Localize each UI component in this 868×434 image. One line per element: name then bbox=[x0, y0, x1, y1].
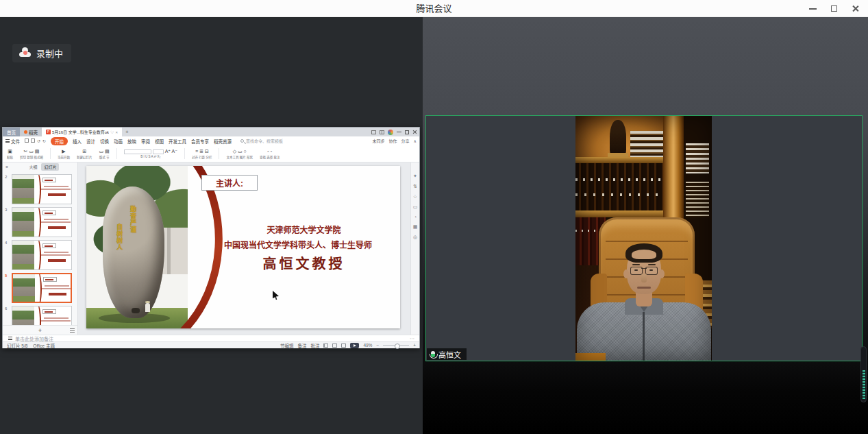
tab-close-icon[interactable]: × bbox=[115, 130, 118, 134]
recording-badge[interactable]: 录制中 bbox=[12, 44, 71, 62]
slide-number: 2 bbox=[5, 175, 7, 179]
zoom-out-button[interactable]: − bbox=[376, 343, 379, 348]
wps-side-rail: ✦ ⇅ ☆ ▭ ◔ ▦ ◎ bbox=[410, 162, 419, 335]
ribbon-search[interactable]: 查找命令、搜索模板 bbox=[240, 138, 283, 144]
maximize-button[interactable] bbox=[826, 1, 841, 16]
wps-account-avatar[interactable] bbox=[388, 130, 393, 135]
normal-view-button[interactable] bbox=[323, 343, 328, 348]
quick-access-toolbar[interactable]: ↺↻ bbox=[25, 138, 46, 143]
rail-icon-3[interactable]: ☆ bbox=[413, 194, 417, 200]
layout-section-group[interactable]: ▭ ▤版式 节 bbox=[99, 149, 110, 159]
bush bbox=[132, 308, 140, 313]
font-group[interactable]: A⁺ A⁻ B I U S A x² X₂ bbox=[124, 149, 177, 158]
rail-icon-1[interactable]: ✦ bbox=[413, 173, 417, 179]
zoom-in-button[interactable]: + bbox=[413, 343, 416, 348]
rail-icon-6[interactable]: ▦ bbox=[413, 224, 418, 230]
menu-membership[interactable]: 会员专享 bbox=[191, 138, 209, 145]
thumbnail-row: 5 bbox=[3, 272, 77, 304]
insert-objects-group[interactable]: ◇ ▭ ○文本工具 图片 形状 bbox=[226, 149, 253, 159]
paragraph-group[interactable]: ≡ ≣ ⊟对齐 行距 分栏 bbox=[192, 149, 212, 159]
slides-tab[interactable]: 幻灯片 bbox=[41, 163, 59, 171]
rail-icon-5[interactable]: ◔ bbox=[414, 215, 417, 219]
menu-transition[interactable]: 切换 bbox=[100, 138, 109, 145]
slide-thumbnail-3[interactable] bbox=[12, 207, 72, 237]
font-name-size-boxes[interactable]: A⁺ A⁻ bbox=[124, 149, 177, 154]
sync-status[interactable]: 未同步 bbox=[373, 138, 385, 144]
section-edit-button[interactable]: 节编辑 bbox=[280, 342, 294, 349]
stone-inscription-2: 自树树人 bbox=[115, 224, 124, 251]
notes-bar[interactable]: 单击此处添加备注 ⋯ bbox=[3, 335, 419, 341]
slideshow-play-button[interactable] bbox=[350, 343, 359, 348]
toolbar-separator bbox=[184, 148, 185, 159]
rail-icon-7[interactable]: ◎ bbox=[413, 234, 417, 240]
notes-more-icon[interactable]: ⋯ bbox=[410, 336, 415, 341]
slide-sorter-view-button[interactable] bbox=[332, 343, 337, 348]
current-slide[interactable]: 勤奋严谨 自树树人 主讲人 bbox=[86, 166, 400, 328]
play-from-current-button[interactable]: ▶当前开始 bbox=[58, 149, 70, 159]
window-controls bbox=[805, 0, 863, 17]
zoom-slider[interactable] bbox=[383, 345, 409, 346]
menu-design[interactable]: 设计 bbox=[86, 138, 95, 145]
thumbnail-row: 6 bbox=[3, 305, 77, 325]
menu-insert[interactable]: 插入 bbox=[73, 138, 82, 145]
close-button[interactable] bbox=[847, 1, 863, 16]
stone-inscription-1: 勤奋严谨 bbox=[129, 206, 138, 233]
wps-home-tab[interactable]: 首页 bbox=[3, 128, 20, 136]
comments-toggle[interactable]: 批注 bbox=[310, 342, 319, 349]
collapse-ribbon-icon[interactable]: ∧ bbox=[414, 138, 417, 143]
split-layout-icon[interactable] bbox=[380, 130, 384, 134]
slide-thumbnail-2[interactable] bbox=[12, 174, 72, 204]
paste-button[interactable]: ▣粘贴 bbox=[7, 149, 13, 159]
slide-thumbnail-6[interactable] bbox=[12, 306, 72, 325]
zoom-percent[interactable]: 49% bbox=[363, 343, 372, 348]
menu-review[interactable]: 审阅 bbox=[141, 138, 150, 145]
slide-text-line2: 中国现当代文学学科带头人、博士生导师 bbox=[196, 239, 400, 250]
layout-icon[interactable] bbox=[371, 130, 376, 134]
menu-docer-resources[interactable]: 稻壳资源 bbox=[214, 138, 232, 145]
active-speaker-video-tile[interactable]: 高恒文 bbox=[425, 115, 863, 361]
slide-thumbnail-4[interactable] bbox=[12, 240, 72, 270]
camera-feed bbox=[575, 116, 712, 361]
notes-toggle[interactable]: 备注 bbox=[297, 342, 306, 349]
favorite-icon[interactable]: ♡ bbox=[110, 130, 114, 134]
new-slide-button[interactable]: ⊞新建幻灯片 bbox=[77, 149, 92, 159]
slide-list-icon[interactable] bbox=[70, 328, 75, 333]
wps-document-tab[interactable]: P 5月16日 文学...科生专业教育ok ♡ × bbox=[42, 128, 122, 136]
share-button[interactable]: 分享 bbox=[401, 138, 410, 144]
thumbnail-row: 3 bbox=[3, 206, 77, 239]
new-tab-button[interactable]: + bbox=[122, 128, 132, 136]
rail-icon-4[interactable]: ▭ bbox=[413, 204, 418, 210]
small-person-figure bbox=[145, 303, 150, 312]
menu-start[interactable]: 开始 bbox=[51, 137, 68, 145]
wps-restore-icon[interactable] bbox=[405, 130, 409, 134]
wps-tab-bar: 首页 稻壳 P 5月16日 文学...科生专业教育ok ♡ × + bbox=[3, 128, 419, 136]
outline-tab[interactable]: 大纲 bbox=[29, 164, 37, 170]
wps-content-area: « 大纲 幻灯片 2 3 4 bbox=[3, 162, 419, 335]
status-bar-right: 节编辑 备注 批注 49% − + bbox=[280, 342, 416, 349]
find-select-group[interactable]: ▫ ▫查找 选择 批注 bbox=[260, 149, 280, 159]
wps-window-controls bbox=[371, 128, 417, 136]
menu-animation[interactable]: 动画 bbox=[114, 138, 123, 145]
rail-icon-2[interactable]: ⇅ bbox=[413, 184, 417, 189]
menu-slideshow[interactable]: 放映 bbox=[127, 138, 136, 145]
menu-devtools[interactable]: 开发工具 bbox=[169, 138, 186, 145]
thumbnail-row: 4 bbox=[3, 239, 77, 272]
audio-level-meter bbox=[860, 346, 867, 402]
slide-thumbnail-5-selected[interactable] bbox=[12, 273, 72, 303]
collapse-panel-icon[interactable]: « bbox=[5, 165, 8, 169]
titlebar: 腾讯会议 bbox=[0, 0, 868, 17]
wps-status-bar: 幻灯片 5/8 Office 主题 节编辑 备注 批注 49% − + bbox=[3, 341, 419, 348]
mouse-cursor bbox=[273, 291, 279, 300]
clipboard-group[interactable]: ✂ ▭ ▤剪切 复制 格式刷 bbox=[20, 149, 43, 159]
minimize-button[interactable] bbox=[805, 1, 820, 16]
reading-view-button[interactable] bbox=[341, 343, 346, 348]
menu-view[interactable]: 视图 bbox=[155, 138, 164, 145]
slide-text-line3: 高恒文教授 bbox=[213, 253, 395, 273]
wps-close-icon[interactable] bbox=[412, 130, 417, 134]
file-menu[interactable]: 文件 bbox=[5, 138, 20, 145]
theme-name: Office 主题 bbox=[33, 342, 55, 349]
wps-minimize-icon[interactable] bbox=[397, 132, 401, 132]
wps-docer-tab[interactable]: 稻壳 bbox=[20, 128, 42, 136]
add-slide-button[interactable]: + bbox=[38, 327, 42, 334]
collaborate-button[interactable]: 协作 bbox=[389, 138, 397, 144]
